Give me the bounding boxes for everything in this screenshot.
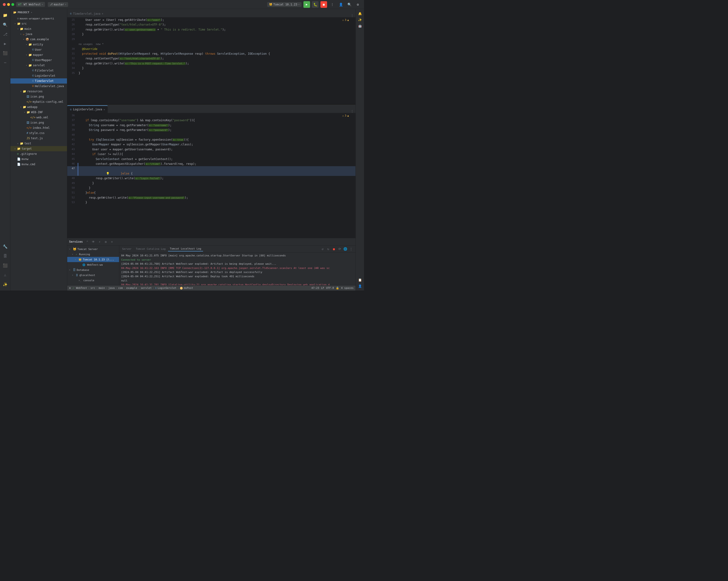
- maximize-button[interactable]: [11, 3, 14, 6]
- tree-item-fileservlet[interactable]: © FileServlet: [10, 68, 67, 73]
- tab-tomcat-localhost[interactable]: Tomcat Localhost Log: [168, 247, 203, 251]
- code-line-25: 25 User user = (User) req.getAttribute(s…: [67, 18, 356, 22]
- activity-database[interactable]: 🗄: [1, 252, 9, 260]
- titlebar: WT WT WebTest ▾ ⎇ master ▾ 🐱 Tomcat 10.1…: [0, 0, 364, 9]
- tree-item-servlet[interactable]: ▾ 📁 servlet: [10, 63, 67, 68]
- code-line-nousages: no usages new *: [67, 42, 356, 47]
- tab-close-loginservlet[interactable]: ✕: [103, 108, 105, 111]
- tree-item-webinf[interactable]: ▾ 📁 WEB-INF: [10, 110, 67, 115]
- tree-item-target[interactable]: ▸ 📁 target: [10, 146, 67, 151]
- tree-item-mvnwcmd[interactable]: 📄 mvnw.cmd: [10, 162, 67, 167]
- settings-button[interactable]: ⚙: [355, 1, 361, 8]
- file-icon: 📄: [17, 163, 21, 166]
- svc-console[interactable]: >_ console: [67, 278, 119, 283]
- tree-item-helloservlet[interactable]: © HelloServlet.java: [10, 83, 67, 89]
- tree-item-index-html[interactable]: </> index.html: [10, 125, 67, 130]
- tree-item-user[interactable]: © User: [10, 47, 67, 52]
- tree-item-mybatis-config[interactable]: </> mybatis-config.xml: [10, 99, 67, 104]
- activity-plugins[interactable]: ⬛: [1, 49, 9, 57]
- editor-more-options-2[interactable]: ⋮: [349, 110, 356, 113]
- checkmark-icon: ✓: [73, 286, 74, 289]
- tree-item-icon-png[interactable]: 🖼 icon.png: [10, 94, 67, 99]
- project-selector[interactable]: WT WT WebTest ▾: [16, 2, 45, 7]
- tree-item-com-example[interactable]: ▾ 📦 com.example: [10, 37, 67, 42]
- tab-loginservlet[interactable]: © LoginServlet.java ✕: [67, 105, 108, 113]
- browse-button[interactable]: 🌐: [343, 247, 348, 252]
- tree-item-src[interactable]: ▾ 📁 src: [10, 21, 67, 26]
- tree-item-maven[interactable]: ⚙ maven-wrapper.properti: [10, 16, 67, 21]
- chevron-down-icon: ▾: [13, 22, 17, 26]
- run-button[interactable]: ▶: [304, 1, 310, 8]
- reload-button[interactable]: ⟳: [337, 247, 342, 252]
- tree-item-gitignore[interactable]: ⊘ .gitignore: [10, 151, 67, 156]
- activity-more[interactable]: ⋯: [1, 58, 9, 67]
- minimize-button[interactable]: [7, 3, 10, 6]
- more-options-button[interactable]: ⋮: [329, 1, 336, 8]
- java-file-icon: ©: [32, 74, 34, 77]
- collapse-all-button[interactable]: ⌃: [85, 239, 90, 244]
- tree-item-loginservlet[interactable]: © LoginServlet: [10, 73, 67, 78]
- tab-tomcat-catalina[interactable]: Tomcat Catalina Log: [134, 247, 167, 251]
- activity-search[interactable]: 🔍: [1, 20, 9, 29]
- restart-button[interactable]: ↺: [320, 247, 325, 252]
- log-output[interactable]: 04 May 2024 10:41:21.075 INFO [main] org…: [119, 253, 356, 285]
- search-button[interactable]: 🔍: [346, 1, 353, 8]
- activity-terminal[interactable]: ⬛: [1, 261, 9, 270]
- timeservlet-editor[interactable]: ⚠ 3 ▲ 25 User user = (User) req.getAttri…: [67, 18, 356, 104]
- loginservlet-editor[interactable]: ⚠ 3 ▲ 36 37 if (map.containsKey: [67, 113, 356, 238]
- webtest-label: WebTest:wa: [87, 263, 103, 267]
- tree-item-style-css[interactable]: # style.css: [10, 130, 67, 136]
- right-panel-icon[interactable]: 📋: [357, 277, 363, 282]
- tree-item-icon-png2[interactable]: 🖼 icon.png: [10, 120, 67, 125]
- tree-item-resources[interactable]: ▾ 📁 resources: [10, 89, 67, 94]
- activity-vcs[interactable]: ⎇: [1, 30, 9, 39]
- folder-icon: 📁: [20, 27, 23, 30]
- notification-icon[interactable]: 🔔: [357, 11, 363, 16]
- debug-button[interactable]: 🐛: [312, 1, 318, 8]
- ai-assistant-icon[interactable]: 🤖: [357, 23, 363, 28]
- activity-files[interactable]: 📁: [1, 11, 9, 19]
- svc-tomcat-instance[interactable]: ▾ 🐱 Tomcat 10.1.23 [l...: [67, 257, 119, 262]
- svc-webtest[interactable]: 🌐 WebTest:wa: [67, 262, 119, 267]
- branch-selector[interactable]: ⎇ master ▾: [48, 2, 68, 7]
- svc-tomcat-server[interactable]: ▾ 🐱 Tomcat Server: [67, 247, 119, 252]
- log-more-button[interactable]: ⋮: [348, 247, 354, 252]
- tab-timeservlet[interactable]: © TimeServlet.java ✕: [67, 10, 106, 17]
- code-line-28: 28 }: [67, 32, 356, 37]
- right-panel2-icon[interactable]: 👤: [357, 283, 363, 288]
- tree-item-test-js[interactable]: JS test.js: [10, 136, 67, 141]
- editor-more-options[interactable]: ⋮: [349, 14, 356, 17]
- log-toolbar: ↺ ↻ ■ ⟳ 🌐 ⋮: [320, 247, 355, 252]
- service-settings-button[interactable]: ⚡: [97, 239, 102, 244]
- svc-database[interactable]: ▾ 🗄 Database: [67, 267, 119, 273]
- run-config-selector[interactable]: 🐱 Tomcat 10.1.23 ▾: [267, 2, 302, 7]
- account-button[interactable]: 👤: [337, 1, 344, 8]
- add-service-button[interactable]: +: [109, 239, 114, 244]
- filter-button[interactable]: 👁: [91, 239, 96, 244]
- tree-item-mvnw[interactable]: 📄 mvnw: [10, 156, 67, 162]
- tab-server[interactable]: Server: [120, 247, 133, 251]
- tree-item-usermapper[interactable]: © UserMapper: [10, 57, 67, 63]
- tree-item-webapp[interactable]: ▾ 📁 webapp: [10, 104, 67, 110]
- activity-run[interactable]: ▶: [1, 39, 9, 48]
- tree-item-entity[interactable]: ▾ 📁 entity: [10, 42, 67, 47]
- stop-log-button[interactable]: ■: [331, 247, 337, 252]
- svc-running[interactable]: ▾ ✓ Running: [67, 252, 119, 257]
- tree-item-java[interactable]: ▾ ☕ java: [10, 31, 67, 37]
- activity-ai[interactable]: ✨: [1, 280, 9, 288]
- copilot-icon[interactable]: ✨: [357, 17, 363, 22]
- close-button[interactable]: [3, 3, 6, 6]
- tree-item-timeservlet[interactable]: © TimeServlet: [10, 78, 67, 83]
- chevron-down-icon: ▾: [22, 37, 26, 41]
- tree-item-test[interactable]: ▸ 📁 test: [10, 141, 67, 146]
- service-settings2-button[interactable]: ⚙: [103, 239, 108, 244]
- svc-localhost[interactable]: ▾ 🗄 @localhost: [67, 273, 119, 278]
- activity-services[interactable]: 🔧: [1, 242, 9, 251]
- activity-problems[interactable]: ⚠: [1, 271, 9, 279]
- stop-button[interactable]: ■: [320, 1, 327, 8]
- restart2-button[interactable]: ↻: [326, 247, 331, 252]
- tree-item-mapper[interactable]: ▾ 📁 mapper: [10, 52, 67, 57]
- tree-item-main[interactable]: ▾ 📁 main: [10, 26, 67, 31]
- tab-close-timeservlet[interactable]: ✕: [102, 12, 103, 15]
- tree-item-webxml[interactable]: </> web.xml: [10, 115, 67, 120]
